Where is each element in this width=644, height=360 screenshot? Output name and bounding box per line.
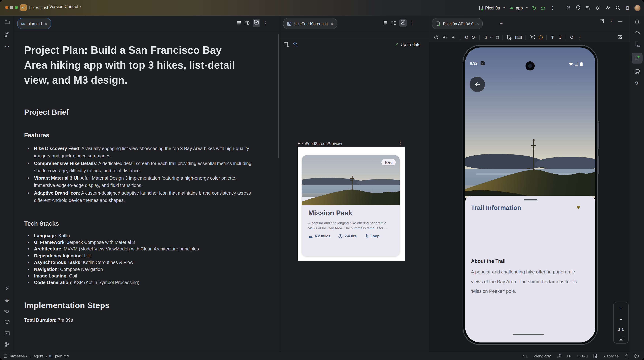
zoom-in-button[interactable]: + [619, 305, 622, 311]
close-icon[interactable]: × [331, 21, 333, 26]
layout-mode-icon[interactable] [284, 41, 289, 47]
android-overview-icon[interactable]: □ [496, 35, 499, 39]
volume-down-icon[interactable] [452, 35, 456, 40]
split-view-icon[interactable] [391, 20, 396, 25]
rotate-left-icon[interactable]: ⟲ [464, 35, 468, 40]
formatter-status-icon[interactable] [556, 354, 561, 358]
zoom-window-button[interactable] [15, 6, 18, 9]
close-icon[interactable]: × [45, 21, 47, 26]
device-selector[interactable]: Pixel 9a ▾ [478, 5, 505, 10]
tab-options-kebab[interactable]: ⋮ [263, 21, 268, 25]
tab-options-kebab[interactable]: ⋮ [410, 21, 414, 25]
notifications-status-icon[interactable] [634, 354, 639, 359]
fit-to-window-icon[interactable] [618, 337, 623, 341]
running-devices-tool-button[interactable] [632, 53, 642, 63]
sheet-drag-handle[interactable] [524, 199, 537, 200]
preview-view-toggle-selected[interactable] [253, 19, 260, 27]
phone-screen[interactable]: 8:32 A [465, 47, 595, 343]
version-control-menu[interactable]: Version Control ▾ [49, 4, 81, 9]
sync-project-icon[interactable]: A [576, 5, 581, 10]
volume-up-icon[interactable] [442, 35, 448, 40]
preview-composable-label[interactable]: HikeFeedScreenPreview [298, 141, 342, 146]
attach-debugger-icon[interactable] [596, 5, 601, 10]
screenshot-icon[interactable] [530, 35, 535, 40]
open-in-window-icon[interactable] [600, 19, 604, 24]
power-icon[interactable] [434, 35, 439, 40]
close-icon[interactable]: × [476, 21, 479, 26]
android-back-icon[interactable]: ◁ [484, 35, 486, 39]
build-variants-icon[interactable] [586, 5, 591, 10]
gradle-elephant-icon[interactable] [634, 30, 640, 36]
emulator-more-kebab[interactable]: ⋮ [578, 35, 582, 40]
version-control-branch-icon[interactable] [4, 342, 10, 347]
list-item: Dependency Injection: Hilt [24, 252, 266, 259]
gesture-nav-bar[interactable] [513, 334, 544, 335]
back-button[interactable] [470, 77, 485, 92]
run-config-name: app [516, 6, 523, 10]
rerun-button[interactable]: ↻ [532, 5, 536, 10]
download-icon[interactable]: ↧ [558, 35, 562, 40]
search-icon[interactable] [615, 5, 621, 10]
preview-view-toggle-selected[interactable] [399, 19, 407, 27]
caret-position[interactable]: 4:1 [522, 354, 528, 358]
more-actions-kebab[interactable]: ⋮ [550, 5, 555, 10]
ai-sparkle-icon[interactable] [292, 41, 298, 47]
build-tool-icon[interactable] [4, 286, 10, 291]
breadcrumb-item[interactable]: .agent [32, 354, 43, 358]
tab-label: Pixel 9a API 36.0 [443, 21, 474, 26]
mountains-icon [308, 234, 313, 238]
android-home-icon[interactable]: ○ [490, 35, 492, 39]
tab-hikefeedscreen-kt[interactable]: HikeFeedScreen.kt × [283, 18, 337, 29]
line-ending[interactable]: LF [567, 354, 572, 358]
device-settings-icon[interactable] [506, 35, 512, 40]
split-view-icon[interactable] [244, 20, 250, 25]
project-folder-icon[interactable] [4, 19, 10, 25]
source-view-icon[interactable] [383, 20, 388, 25]
virtual-keyboard-icon[interactable]: ⌨ [515, 35, 522, 40]
file-encoding[interactable]: UTF-8 [577, 354, 588, 358]
file-search-icon[interactable] [593, 354, 598, 358]
indent-setting[interactable]: 2 spaces [604, 354, 619, 358]
screen-record-icon[interactable] [539, 35, 543, 39]
close-window-button[interactable] [5, 6, 8, 9]
panel-options-kebab[interactable]: ⋮ [609, 19, 614, 23]
source-view-icon[interactable] [236, 20, 241, 25]
more-tool-windows-icon[interactable]: ⋯ [4, 44, 9, 49]
preview-image-icon [254, 20, 259, 25]
settings-gear-icon[interactable]: ⚙ [625, 5, 630, 10]
snapshot-restore-icon[interactable]: ↺ [570, 35, 574, 40]
compose-preview-canvas[interactable]: Hard Mission Peak A popular and challeng… [298, 147, 405, 261]
left-tool-strip: ⋯ ◈ [0, 16, 14, 352]
notifications-bell-icon[interactable] [634, 19, 640, 25]
profiler-icon[interactable] [606, 5, 611, 10]
device-manager-icon[interactable] [634, 41, 640, 47]
zoom-out-button[interactable]: − [619, 316, 622, 322]
run-configuration-selector[interactable]: app ▾ [509, 5, 528, 10]
rotate-right-icon[interactable]: ⟳ [472, 35, 476, 40]
problems-icon[interactable] [4, 319, 10, 325]
logcat-icon[interactable] [4, 308, 10, 313]
hide-panel-icon[interactable]: — [618, 19, 622, 23]
user-avatar[interactable] [634, 4, 641, 11]
breadcrumb-item[interactable]: plan.md [55, 354, 69, 358]
terminal-icon[interactable] [4, 331, 10, 336]
new-device-tab-plus[interactable]: + [500, 20, 503, 26]
tab-pixel-9a-api-36[interactable]: Pixel 9a API 36.0 × [432, 18, 483, 29]
minimize-window-button[interactable] [10, 6, 13, 9]
preview-options-kebab[interactable]: ⋮ [398, 140, 403, 145]
breadcrumb-item[interactable]: hikesflash [10, 354, 27, 358]
tab-plan-md[interactable]: M↓ plan.md × [17, 18, 51, 29]
app-quality-insights-icon[interactable]: ◈ [5, 297, 9, 302]
debug-button[interactable] [541, 5, 546, 10]
resource-manager-icon[interactable] [4, 32, 10, 37]
gemini-assistant-icon[interactable] [634, 69, 640, 75]
airplane-icon[interactable]: ✈ [635, 80, 639, 85]
screen-search-icon[interactable] [617, 35, 623, 40]
zoom-reset-button[interactable]: 1:1 [618, 327, 624, 332]
build-hammer-icon[interactable] [566, 5, 572, 10]
upload-icon[interactable]: ↥ [550, 35, 554, 40]
inspection-profile[interactable]: .clang-tidy [533, 354, 551, 358]
scrollbar-thumb[interactable] [278, 34, 279, 158]
unlocked-icon[interactable] [624, 354, 629, 358]
favorite-heart-icon[interactable]: ♥ [577, 204, 580, 211]
